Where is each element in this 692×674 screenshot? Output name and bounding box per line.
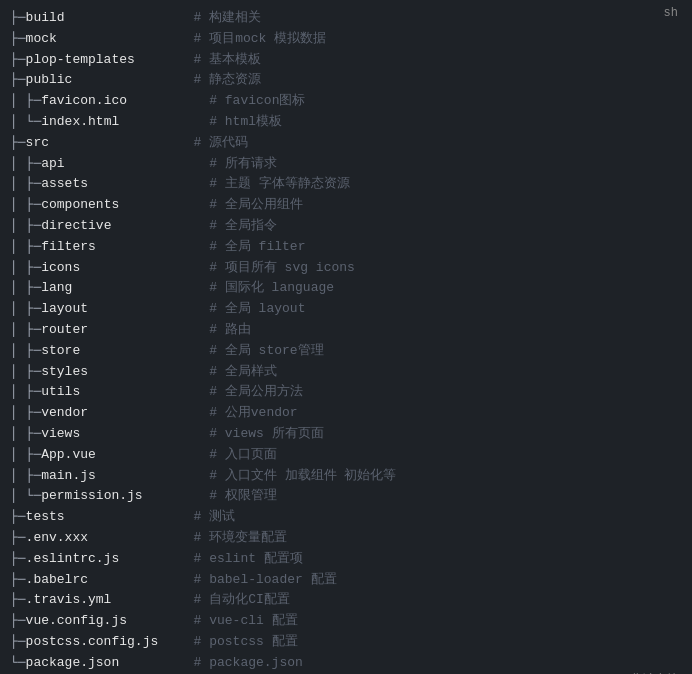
list-item: │ ├─ layout# 全局 layout bbox=[10, 299, 682, 320]
tree-prefix: │ ├─ bbox=[10, 154, 41, 175]
tree-prefix: │ ├─ bbox=[10, 237, 41, 258]
filename: components bbox=[41, 195, 201, 216]
filename: public bbox=[26, 70, 186, 91]
list-item: │ ├─ store# 全局 store管理 bbox=[10, 341, 682, 362]
comment: # 全局 store管理 bbox=[209, 341, 323, 362]
tree-prefix: ├─ bbox=[10, 29, 26, 50]
list-item: ├─ public# 静态资源 bbox=[10, 70, 682, 91]
tree-prefix: │ ├─ bbox=[10, 258, 41, 279]
filename: views bbox=[41, 424, 201, 445]
comment: # 权限管理 bbox=[209, 486, 277, 507]
filename: lang bbox=[41, 278, 201, 299]
filename: permission.js bbox=[41, 486, 201, 507]
comment: # 全局公用组件 bbox=[209, 195, 303, 216]
filename: vendor bbox=[41, 403, 201, 424]
filename: favicon.ico bbox=[41, 91, 201, 112]
comment: # 公用vendor bbox=[209, 403, 297, 424]
tree-prefix: ├─ bbox=[10, 528, 26, 549]
list-item: │ ├─ icons# 项目所有 svg icons bbox=[10, 258, 682, 279]
list-item: ├─ tests# 测试 bbox=[10, 507, 682, 528]
filename: filters bbox=[41, 237, 201, 258]
filename: .travis.yml bbox=[26, 590, 186, 611]
list-item: ├─ .env.xxx# 环境变量配置 bbox=[10, 528, 682, 549]
filename: router bbox=[41, 320, 201, 341]
list-item: ├─ vue.config.js# vue-cli 配置 bbox=[10, 611, 682, 632]
watermark: CSDN @北城小林 bbox=[580, 671, 678, 675]
filename: package.json bbox=[26, 653, 186, 674]
comment: # 全局 layout bbox=[209, 299, 305, 320]
list-item: │ ├─ lang# 国际化 language bbox=[10, 278, 682, 299]
tree-prefix: └─ bbox=[10, 653, 26, 674]
comment: # 构建相关 bbox=[194, 8, 262, 29]
tree-prefix: │ └─ bbox=[10, 112, 41, 133]
filename: postcss.config.js bbox=[26, 632, 186, 653]
comment: # babel-loader 配置 bbox=[194, 570, 337, 591]
list-item: │ ├─ directive# 全局指令 bbox=[10, 216, 682, 237]
filename: tests bbox=[26, 507, 186, 528]
list-item: ├─ .eslintrc.js# eslint 配置项 bbox=[10, 549, 682, 570]
tree-prefix: │ ├─ bbox=[10, 424, 41, 445]
comment: # 入口文件 加载组件 初始化等 bbox=[209, 466, 396, 487]
comment: # 路由 bbox=[209, 320, 251, 341]
filename: store bbox=[41, 341, 201, 362]
comment: # 全局指令 bbox=[209, 216, 277, 237]
list-item: │ ├─ components# 全局公用组件 bbox=[10, 195, 682, 216]
comment: # vue-cli 配置 bbox=[194, 611, 298, 632]
tree-prefix: ├─ bbox=[10, 611, 26, 632]
file-tree: ├─ build# 构建相关├─ mock# 项目mock 模拟数据├─ plo… bbox=[10, 8, 682, 674]
shell-label: sh bbox=[664, 6, 678, 20]
filename: src bbox=[26, 133, 186, 154]
tree-prefix: │ ├─ bbox=[10, 299, 41, 320]
tree-prefix: │ └─ bbox=[10, 486, 41, 507]
list-item: │ └─ index.html# html模板 bbox=[10, 112, 682, 133]
tree-prefix: │ ├─ bbox=[10, 466, 41, 487]
tree-prefix: ├─ bbox=[10, 632, 26, 653]
comment: # 自动化CI配置 bbox=[194, 590, 290, 611]
comment: # 基本模板 bbox=[194, 50, 262, 71]
filename: icons bbox=[41, 258, 201, 279]
comment: # 静态资源 bbox=[194, 70, 262, 91]
filename: api bbox=[41, 154, 201, 175]
filename: vue.config.js bbox=[26, 611, 186, 632]
tree-prefix: │ ├─ bbox=[10, 403, 41, 424]
tree-prefix: │ ├─ bbox=[10, 320, 41, 341]
comment: # 所有请求 bbox=[209, 154, 277, 175]
comment: # 环境变量配置 bbox=[194, 528, 288, 549]
list-item: ├─ build# 构建相关 bbox=[10, 8, 682, 29]
comment: # 项目所有 svg icons bbox=[209, 258, 355, 279]
filename: main.js bbox=[41, 466, 201, 487]
list-item: ├─ .babelrc# babel-loader 配置 bbox=[10, 570, 682, 591]
list-item: │ ├─ main.js# 入口文件 加载组件 初始化等 bbox=[10, 466, 682, 487]
filename: .env.xxx bbox=[26, 528, 186, 549]
filename: styles bbox=[41, 362, 201, 383]
tree-prefix: │ ├─ bbox=[10, 445, 41, 466]
comment: # 全局 filter bbox=[209, 237, 305, 258]
tree-prefix: │ ├─ bbox=[10, 195, 41, 216]
tree-prefix: ├─ bbox=[10, 590, 26, 611]
comment: # 测试 bbox=[194, 507, 236, 528]
list-item: ├─ mock# 项目mock 模拟数据 bbox=[10, 29, 682, 50]
list-item: │ ├─ vendor# 公用vendor bbox=[10, 403, 682, 424]
terminal-container: sh ├─ build# 构建相关├─ mock# 项目mock 模拟数据├─ … bbox=[0, 0, 692, 674]
list-item: ├─ .travis.yml# 自动化CI配置 bbox=[10, 590, 682, 611]
tree-prefix: ├─ bbox=[10, 570, 26, 591]
tree-prefix: │ ├─ bbox=[10, 278, 41, 299]
filename: build bbox=[26, 8, 186, 29]
filename: index.html bbox=[41, 112, 201, 133]
list-item: │ ├─ router# 路由 bbox=[10, 320, 682, 341]
comment: # eslint 配置项 bbox=[194, 549, 303, 570]
filename: utils bbox=[41, 382, 201, 403]
tree-prefix: ├─ bbox=[10, 70, 26, 91]
list-item: │ ├─ api# 所有请求 bbox=[10, 154, 682, 175]
list-item: ├─ src# 源代码 bbox=[10, 133, 682, 154]
tree-prefix: ├─ bbox=[10, 8, 26, 29]
list-item: │ └─ permission.js# 权限管理 bbox=[10, 486, 682, 507]
comment: # favicon图标 bbox=[209, 91, 305, 112]
tree-prefix: ├─ bbox=[10, 549, 26, 570]
list-item: ├─ plop-templates# 基本模板 bbox=[10, 50, 682, 71]
filename: directive bbox=[41, 216, 201, 237]
tree-prefix: │ ├─ bbox=[10, 382, 41, 403]
comment: # html模板 bbox=[209, 112, 282, 133]
comment: # postcss 配置 bbox=[194, 632, 298, 653]
tree-prefix: ├─ bbox=[10, 133, 26, 154]
